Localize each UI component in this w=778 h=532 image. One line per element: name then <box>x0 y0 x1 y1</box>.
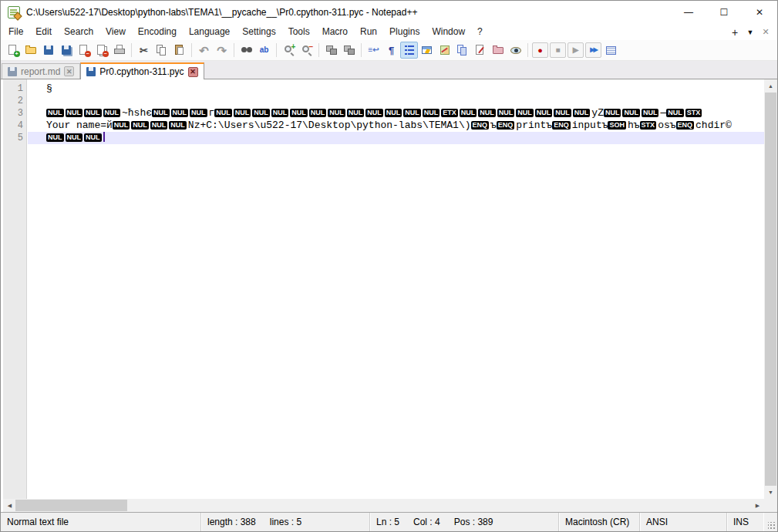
save-icon <box>42 44 55 56</box>
define-your-language-button[interactable] <box>418 42 436 59</box>
monitoring-button[interactable] <box>507 42 524 59</box>
editor-line-3[interactable]: NULNULNULNUL~ћshєNULNULNULгNULNULNULNULN… <box>28 107 764 120</box>
zoom-out-icon: − <box>301 44 313 56</box>
document-map-button[interactable] <box>436 42 453 59</box>
toolbar-separator <box>131 43 132 57</box>
control-char-stx: STX <box>640 121 657 130</box>
tab-pr0-cpython-311-pyc[interactable]: Pr0.cpython-311.pyc✕ <box>80 62 204 79</box>
menu-item-search[interactable]: Search <box>58 24 99 40</box>
resize-grip[interactable] <box>763 513 777 531</box>
text-run: hъ <box>628 120 640 131</box>
tab-list-dropdown-icon[interactable]: ▼ <box>743 25 757 39</box>
control-char-nul: NUL <box>171 109 189 117</box>
control-char-nul: NUL <box>365 109 383 117</box>
paste-button[interactable] <box>170 42 188 59</box>
editor-line-1[interactable]: § <box>28 82 764 95</box>
open-file-button[interactable] <box>22 42 39 59</box>
tab-close-icon[interactable]: ✕ <box>64 66 74 76</box>
close-all-icon: − <box>96 44 108 56</box>
editor-line-4[interactable]: Your name=йNULNULNULNULNz+C:\Users\u522-… <box>28 120 764 132</box>
menu-item-help[interactable]: ? <box>471 24 489 40</box>
menu-item-encoding[interactable]: Encoding <box>132 24 183 40</box>
save-recorded-macro-button[interactable] <box>602 42 620 59</box>
menu-item-tools[interactable]: Tools <box>282 24 316 40</box>
menu-item-language[interactable]: Language <box>183 24 236 40</box>
start-recording-button[interactable]: ● <box>532 42 548 58</box>
horizontal-scrollbar[interactable]: ◀ ▶ <box>3 499 764 512</box>
document-map-icon <box>439 44 451 56</box>
close-icon: − <box>78 44 90 56</box>
zoom-in-button[interactable]: + <box>280 42 298 59</box>
menu-item-settings[interactable]: Settings <box>236 24 281 40</box>
tab-close-icon[interactable]: ✕ <box>188 67 198 77</box>
redo-button[interactable]: ↷ <box>213 42 231 59</box>
minimize-button[interactable]: — <box>671 1 706 24</box>
undo-button[interactable]: ↶ <box>195 42 213 59</box>
sync-vertical-scrolling-button[interactable] <box>322 42 340 59</box>
control-char-enq: ENQ <box>676 121 695 130</box>
folder-as-workspace-button[interactable] <box>489 42 507 59</box>
control-char-nul: NUL <box>46 109 64 117</box>
stop-recording-button[interactable]: ■ <box>550 42 566 58</box>
menu-item-view[interactable]: View <box>99 24 132 40</box>
menu-item-plugins[interactable]: Plugins <box>383 24 426 40</box>
run-macro-multiple-times-button[interactable]: ▶▶ <box>585 42 601 58</box>
zoom-sign: + <box>291 42 296 51</box>
sync-horizontal-scrolling-button[interactable] <box>340 42 358 59</box>
run-macro-multiple-times-icon: ▶▶ <box>590 47 596 53</box>
control-char-nul: NUL <box>290 109 308 117</box>
save-button[interactable] <box>39 42 57 59</box>
scroll-down-arrow-icon[interactable]: ▼ <box>764 486 777 499</box>
scroll-up-arrow-icon[interactable]: ▲ <box>764 79 777 93</box>
menu-item-edit[interactable]: Edit <box>29 24 58 40</box>
zoom-out-button[interactable]: − <box>298 42 315 59</box>
control-char-nul: NUL <box>403 109 421 117</box>
tab-report-md[interactable]: report.md✕ <box>2 63 80 79</box>
sync-horizontal-scrolling-icon <box>343 44 355 56</box>
menu-item-macro[interactable]: Macro <box>316 24 354 40</box>
scroll-right-arrow-icon[interactable]: ▶ <box>751 499 764 512</box>
menu-item-run[interactable]: Run <box>354 24 383 40</box>
editor-line-2[interactable] <box>28 95 764 107</box>
show-all-characters-button[interactable]: ¶ <box>382 42 400 59</box>
vertical-scrollbar-thumb[interactable] <box>765 93 776 490</box>
maximize-button[interactable]: ☐ <box>706 1 742 24</box>
replace-button[interactable]: ab <box>255 42 273 59</box>
toolbar-separator <box>527 43 528 57</box>
function-list-button[interactable] <box>471 42 489 59</box>
save-all-button[interactable] <box>57 42 75 59</box>
line-position-label: Ln : 5 <box>376 517 399 527</box>
close-button[interactable]: ✕ <box>742 1 777 24</box>
editor: 12345 §NULNULNULNUL~ћshєNULNULNULгNULNUL… <box>1 79 777 512</box>
print-button[interactable] <box>110 42 128 59</box>
status-cursor-position: Ln : 5 Col : 4 Pos : 389 <box>370 513 559 531</box>
copy-button[interactable] <box>153 42 170 59</box>
document-list-button[interactable] <box>453 42 471 59</box>
playback-button[interactable]: ▶ <box>568 42 584 58</box>
toolbar-separator <box>234 43 234 57</box>
control-char-etx: ETX <box>441 109 458 117</box>
show-indent-guide-button[interactable] <box>400 42 418 59</box>
new-tab-plus-icon[interactable]: + <box>728 25 742 39</box>
cut-button[interactable]: ✂ <box>135 42 153 59</box>
close-document-icon[interactable]: ✕ <box>759 25 773 39</box>
new-file-button[interactable]: + <box>4 42 22 59</box>
control-char-nul: NUL <box>252 109 270 117</box>
close-all-button[interactable]: − <box>93 42 110 59</box>
scroll-left-arrow-icon[interactable]: ◀ <box>3 499 16 512</box>
close-button[interactable]: − <box>75 42 93 59</box>
replace-icon: ab <box>260 46 269 54</box>
vertical-scrollbar[interactable]: ▲ ▼ <box>764 79 777 499</box>
menu-item-file[interactable]: File <box>2 24 29 40</box>
saved-file-floppy-icon <box>8 67 17 76</box>
menu-item-window[interactable]: Window <box>426 24 471 40</box>
line-number-gutter: 12345 <box>3 79 27 499</box>
control-char-nul: NUL <box>347 109 365 117</box>
control-char-nul: NUL <box>113 121 130 130</box>
text-run: Your name=й <box>46 120 113 131</box>
editor-line-5[interactable]: NULNULNUL <box>28 132 764 144</box>
word-wrap-button[interactable]: ≡↩ <box>365 42 382 59</box>
text-area[interactable]: §NULNULNULNUL~ћshєNULNULNULгNULNULNULNUL… <box>28 79 764 499</box>
find-button[interactable] <box>237 42 255 59</box>
horizontal-scrollbar-thumb[interactable] <box>15 500 127 511</box>
